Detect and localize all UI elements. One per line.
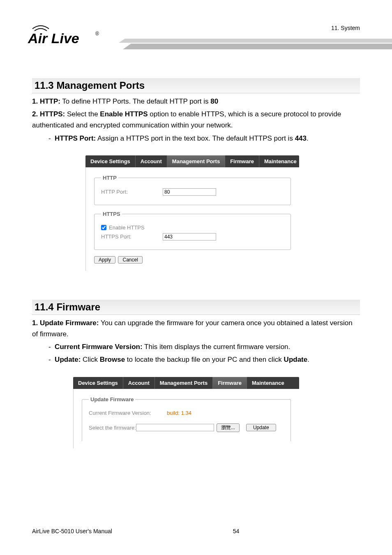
cancel-button[interactable]: Cancel xyxy=(118,256,142,264)
https-port-443: 443 xyxy=(295,134,307,142)
tab2-management-ports[interactable]: Management Ports xyxy=(155,377,213,389)
tab-firmware[interactable]: Firmware xyxy=(225,155,259,167)
svg-marker-2 xyxy=(119,39,392,43)
update-label: Update: xyxy=(55,356,81,363)
http-text: To define HTTP Ports. The default HTTP p… xyxy=(60,97,210,105)
current-version-label: Current Firmware Version: xyxy=(55,343,143,351)
svg-text:®: ® xyxy=(95,31,99,37)
update-text-e: . xyxy=(307,356,309,363)
tab-account[interactable]: Account xyxy=(136,155,167,167)
browse-bold: Browse xyxy=(100,356,125,363)
tab-device-settings[interactable]: Device Settings xyxy=(85,155,136,167)
firmware-screenshot: Device Settings Account Management Ports… xyxy=(73,377,299,449)
update-bold: Update xyxy=(284,356,308,363)
management-ports-screenshot: Device Settings Account Management Ports… xyxy=(85,155,299,271)
page-header: Air Live ® 11. System xyxy=(32,25,360,66)
section-2-title: 11.4 Firmware xyxy=(32,300,360,315)
update-firmware-fieldset: Update Firmware Current Firmware Version… xyxy=(82,396,291,441)
apply-button[interactable]: Apply xyxy=(94,256,115,264)
tab2-device-settings[interactable]: Device Settings xyxy=(73,377,123,389)
https-port-end: . xyxy=(307,134,309,142)
update-text-c: to locate the backup file on your PC and… xyxy=(125,356,284,363)
current-version-text: This item displays the current firmware … xyxy=(143,343,291,351)
current-version-desc: - Current Firmware Version: This item di… xyxy=(48,341,360,352)
svg-text:Air Live: Air Live xyxy=(28,30,79,46)
tab2-firmware[interactable]: Firmware xyxy=(213,377,247,389)
header-stripe xyxy=(113,34,392,58)
https-text-a: Select the xyxy=(65,110,100,118)
update-button[interactable]: Update xyxy=(246,424,276,431)
manual-title: AirLive BC-5010 User's Manual xyxy=(32,528,112,534)
tabs-bar: Device Settings Account Management Ports… xyxy=(85,155,299,167)
enable-https-bold: Enable HTTPS xyxy=(100,110,148,118)
tab-maintenance[interactable]: Maintenance xyxy=(259,155,299,167)
https-port-text: Assign a HTTPS port in the text box. The… xyxy=(96,134,295,142)
http-desc: 1. HTTP: To define HTTP Ports. The defau… xyxy=(32,96,360,107)
tab2-maintenance[interactable]: Maintenance xyxy=(247,377,289,389)
https-desc: 2. HTTPS: Select the Enable HTTPS option… xyxy=(32,109,360,131)
firmware-path-input[interactable] xyxy=(136,424,214,431)
svg-marker-3 xyxy=(123,44,392,49)
enable-https-checkbox[interactable] xyxy=(101,225,106,230)
update-text-a: Click xyxy=(81,356,99,363)
tab2-account[interactable]: Account xyxy=(123,377,155,389)
https-legend: HTTPS xyxy=(101,211,122,217)
http-port-input[interactable] xyxy=(163,188,216,196)
http-fieldset: HTTP HTTP Port: xyxy=(94,175,291,205)
brand-logo: Air Live ® xyxy=(26,21,104,51)
https-port-field-label: HTTPS Port: xyxy=(101,234,163,240)
firmware-desc: 1. Update Firmware: You can upgrade the … xyxy=(32,317,360,340)
https-port-label: HTTPS Port: xyxy=(55,134,96,142)
tab-management-ports[interactable]: Management Ports xyxy=(167,155,225,167)
chapter-label: 11. System xyxy=(331,25,360,31)
firmware-version-label: Current Firmware Version: xyxy=(89,410,167,416)
tabs-bar-2: Device Settings Account Management Ports… xyxy=(73,377,299,389)
update-desc: - Update: Click Browse to locate the bac… xyxy=(48,354,360,365)
update-firmware-label: 1. Update Firmware: xyxy=(32,319,99,327)
https-port-input[interactable] xyxy=(163,233,216,240)
http-label: 1. HTTP: xyxy=(32,97,60,105)
http-port-label: HTTP Port: xyxy=(101,189,163,195)
https-port-desc: - HTTPS Port: Assign a HTTPS port in the… xyxy=(48,133,360,144)
section-1-title: 11.3 Management Ports xyxy=(32,78,360,93)
enable-https-label: Enable HTTPS xyxy=(109,224,145,231)
http-legend: HTTP xyxy=(101,175,118,181)
select-firmware-label: Select the firmware: xyxy=(89,425,136,431)
https-label: 2. HTTPS: xyxy=(32,110,65,118)
update-firmware-legend: Update Firmware xyxy=(89,396,135,402)
https-fieldset: HTTPS Enable HTTPS HTTPS Port: xyxy=(94,211,291,250)
firmware-version-value: build: 1.34 xyxy=(167,410,191,416)
page-footer: AirLive BC-5010 User's Manual 54 xyxy=(32,528,360,534)
browse-button[interactable]: 瀏覽... xyxy=(217,423,240,432)
http-port-80: 80 xyxy=(210,97,218,105)
